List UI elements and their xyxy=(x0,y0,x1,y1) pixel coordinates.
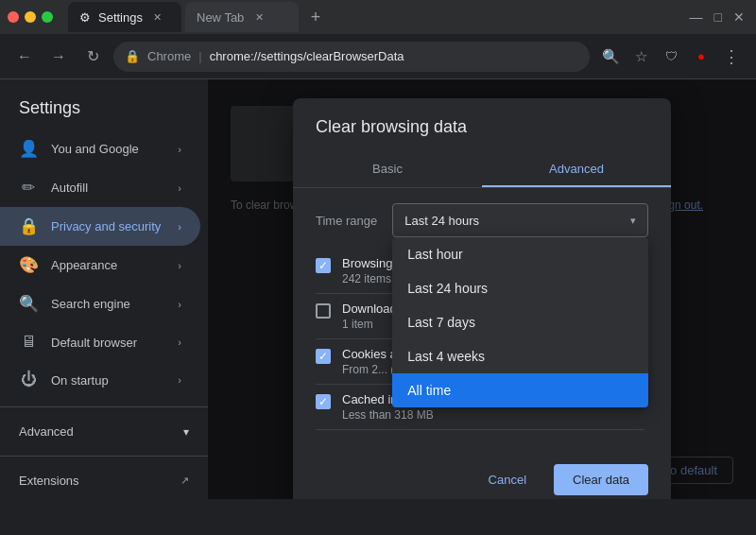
minimize-window-btn[interactable] xyxy=(25,11,36,23)
modal-overlay: Clear browsing data Basic Advanced Time … xyxy=(208,79,756,499)
cached-sub: Less than 318 MB xyxy=(342,408,476,422)
time-range-select-wrapper: Last 24 hours ▾ Last hour Last 24 hours … xyxy=(392,203,648,237)
sidebar-extensions[interactable]: Extensions ↗ xyxy=(0,464,208,497)
new-tab-label: New Tab xyxy=(197,10,244,25)
search-engine-icon: 🔍 xyxy=(19,294,38,314)
close-icon[interactable]: ✕ xyxy=(733,9,745,25)
dropdown-option-last-7d[interactable]: Last 7 days xyxy=(392,305,648,339)
extensions-label: Extensions xyxy=(19,474,79,488)
cookies-checkbox[interactable]: ✓ xyxy=(316,349,331,364)
back-button[interactable]: ← xyxy=(11,43,38,70)
address-separator: | xyxy=(198,49,201,63)
dropdown-option-all-time[interactable]: All time xyxy=(392,373,648,407)
clear-browsing-dialog: Clear browsing data Basic Advanced Time … xyxy=(293,98,671,499)
lock-icon: 🔒 xyxy=(125,49,140,63)
minimize-icon[interactable]: — xyxy=(690,9,703,25)
advanced-chevron: ▾ xyxy=(183,425,189,439)
startup-chevron: › xyxy=(178,374,181,386)
new-tab-close[interactable]: ✕ xyxy=(251,9,266,25)
you-google-chevron: › xyxy=(178,144,181,155)
sidebar-label-autofill: Autofill xyxy=(51,181,88,195)
url-text: chrome://settings/clearBrowserData xyxy=(210,49,404,63)
cancel-button[interactable]: Cancel xyxy=(469,464,546,495)
sidebar-divider-2 xyxy=(0,456,208,457)
startup-icon: ⏻ xyxy=(19,371,38,389)
time-range-value: Last 24 hours xyxy=(404,214,479,228)
restore-icon[interactable]: □ xyxy=(714,9,722,25)
chrome-label: Chrome xyxy=(147,49,191,63)
sidebar-item-default-browser[interactable]: 🖥 Default browser › xyxy=(0,323,200,361)
appearance-chevron: › xyxy=(178,260,181,271)
clear-data-button[interactable]: Clear data xyxy=(554,464,648,495)
default-browser-icon: 🖥 xyxy=(19,333,38,352)
tab-advanced[interactable]: Advanced xyxy=(482,152,671,187)
dropdown-option-last-hour[interactable]: Last hour xyxy=(392,237,648,271)
address-bar[interactable]: 🔒 Chrome | chrome://settings/clearBrowse… xyxy=(113,42,590,72)
new-tab-button[interactable]: + xyxy=(302,4,329,30)
sidebar-label-privacy: Privacy and security xyxy=(51,219,161,233)
sidebar-item-appearance[interactable]: 🎨 Appearance › xyxy=(0,246,200,285)
privacy-icon: 🔒 xyxy=(19,216,38,236)
you-google-icon: 👤 xyxy=(19,139,38,159)
checkbox-passwords: Passwords and other sign-in data None xyxy=(316,430,644,438)
main-layout: Settings 👤 You and Google › ✏ Autofill ›… xyxy=(0,79,756,499)
tab-new-tab[interactable]: New Tab ✕ xyxy=(185,2,299,32)
search-icon[interactable]: 🔍 xyxy=(597,43,624,70)
settings-tab-icon: ⚙ xyxy=(79,10,91,25)
sidebar-label-appearance: Appearance xyxy=(51,258,117,272)
browsing-history-checkbox[interactable]: ✓ xyxy=(316,258,331,273)
bookmark-icon[interactable]: ☆ xyxy=(627,43,654,70)
extension2-icon[interactable]: ● xyxy=(688,43,714,70)
toolbar-icons: 🔍 ☆ 🛡 ● ⋮ xyxy=(597,43,745,70)
sidebar-advanced[interactable]: Advanced ▾ xyxy=(0,415,208,448)
extension1-icon[interactable]: 🛡 xyxy=(658,43,684,70)
title-bar: ⚙ Settings ✕ New Tab ✕ + — □ ✕ xyxy=(0,0,756,34)
autofill-chevron: › xyxy=(178,182,181,194)
sidebar-label-you-google: You and Google xyxy=(51,142,139,156)
dropdown-option-last-4w[interactable]: Last 4 weeks xyxy=(392,339,648,373)
cached-checkbox[interactable]: ✓ xyxy=(316,394,331,409)
sidebar-label-startup: On startup xyxy=(51,373,109,388)
address-bar-row: ← → ↻ 🔒 Chrome | chrome://settings/clear… xyxy=(0,34,756,79)
search-chevron: › xyxy=(178,299,181,310)
appearance-icon: 🎨 xyxy=(19,255,38,275)
dialog-footer: Cancel Clear data xyxy=(293,453,671,499)
default-chevron: › xyxy=(178,337,181,348)
sidebar-label-default-browser: Default browser xyxy=(51,336,137,350)
sidebar-item-search[interactable]: 🔍 Search engine › xyxy=(0,285,200,323)
settings-tab-label: Settings xyxy=(98,10,143,25)
sidebar: Settings 👤 You and Google › ✏ Autofill ›… xyxy=(0,79,208,499)
tab-settings[interactable]: ⚙ Settings ✕ xyxy=(68,2,181,32)
time-range-dropdown: Last hour Last 24 hours Last 7 days Last… xyxy=(392,237,648,407)
privacy-chevron: › xyxy=(178,221,181,233)
reload-button[interactable]: ↻ xyxy=(79,43,106,70)
content-area: To clear browsing data from this device … xyxy=(208,79,756,499)
sidebar-item-you-google[interactable]: 👤 You and Google › xyxy=(0,129,200,168)
sidebar-item-autofill[interactable]: ✏ Autofill › xyxy=(0,168,200,207)
autofill-icon: ✏ xyxy=(19,178,38,198)
sidebar-item-about[interactable]: ⬤ About Chrome xyxy=(0,497,200,499)
tab-basic[interactable]: Basic xyxy=(293,152,482,187)
time-range-row: Time range Last 24 hours ▾ Last hour Las… xyxy=(316,203,648,237)
sidebar-divider xyxy=(0,406,208,407)
time-range-label: Time range xyxy=(316,214,377,228)
download-history-checkbox[interactable] xyxy=(316,303,331,319)
window-controls xyxy=(8,11,53,23)
sidebar-item-startup[interactable]: ⏻ On startup › xyxy=(0,361,200,399)
dropdown-option-last-24h[interactable]: Last 24 hours xyxy=(392,271,648,305)
extensions-external-icon: ↗ xyxy=(180,475,189,487)
time-range-select[interactable]: Last 24 hours ▾ xyxy=(392,203,648,237)
close-window-btn[interactable] xyxy=(8,11,19,23)
maximize-window-btn[interactable] xyxy=(42,11,53,23)
settings-tab-close[interactable]: ✕ xyxy=(150,9,165,25)
dialog-body: Time range Last 24 hours ▾ Last hour Las… xyxy=(293,188,671,453)
sidebar-item-privacy[interactable]: 🔒 Privacy and security › xyxy=(0,207,200,246)
sidebar-title: Settings xyxy=(0,95,208,129)
dialog-title: Clear browsing data xyxy=(293,98,671,137)
sidebar-label-search: Search engine xyxy=(51,297,130,311)
select-arrow-icon: ▾ xyxy=(630,215,636,227)
menu-icon[interactable]: ⋮ xyxy=(718,43,745,70)
dialog-tabs: Basic Advanced xyxy=(293,152,671,188)
forward-button[interactable]: → xyxy=(45,43,72,70)
advanced-label: Advanced xyxy=(19,424,74,439)
